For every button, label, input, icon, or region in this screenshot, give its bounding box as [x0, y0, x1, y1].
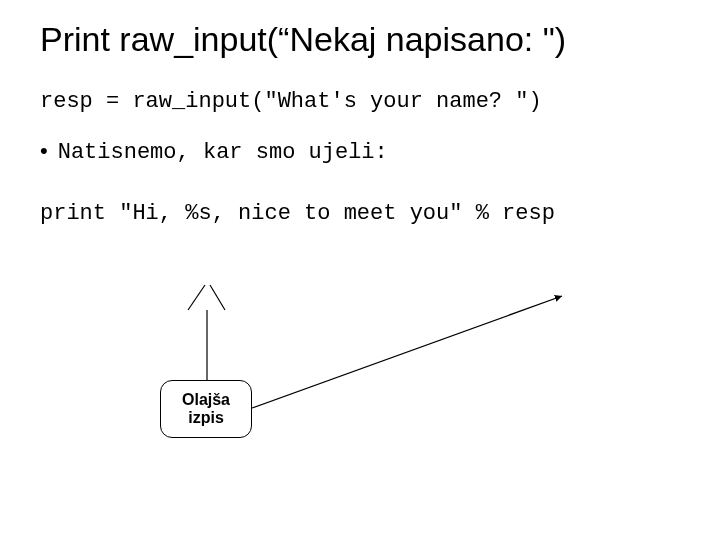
callout-line-1: Olajša: [182, 391, 230, 409]
bullet-text: Natisnemo, kar smo ujeli:: [58, 140, 388, 165]
annotation-arrows: [0, 0, 720, 540]
code-assignment-line: resp = raw_input("What's your name? "): [40, 89, 690, 114]
bullet-item: • Natisnemo, kar smo ujeli:: [40, 140, 690, 165]
callout-box: Olajša izpis: [160, 380, 252, 438]
spacer: [40, 191, 690, 201]
arrow-long-to-resp: [252, 296, 562, 408]
wedge-left: [188, 285, 205, 310]
wedge-right: [210, 285, 225, 310]
slide: Print raw_input(“Nekaj napisano: ") resp…: [0, 0, 720, 540]
slide-title: Print raw_input(“Nekaj napisano: "): [40, 20, 690, 59]
bullet-marker: •: [40, 140, 48, 162]
code-print-line: print "Hi, %s, nice to meet you" % resp: [40, 201, 690, 226]
callout-line-2: izpis: [188, 409, 224, 427]
